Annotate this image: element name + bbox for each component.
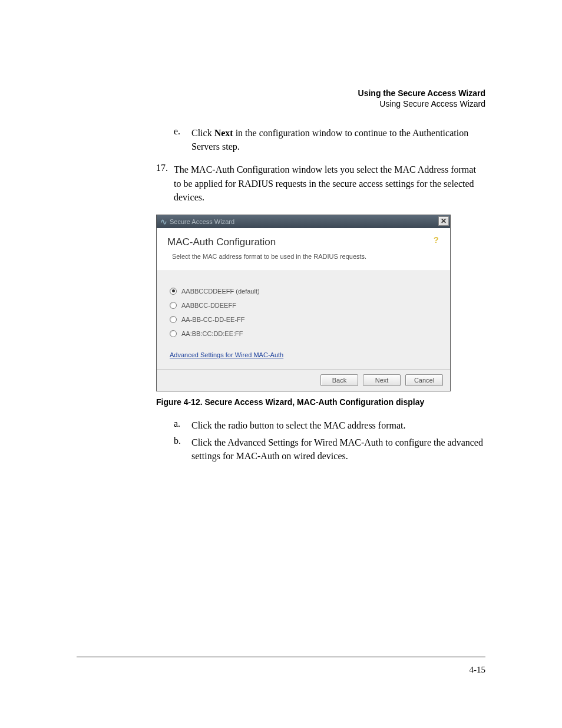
sub-a-letter: a. (174, 419, 180, 429)
step-17-text: The MAC-Auth Configuration window lets y… (174, 163, 485, 204)
radio-icon[interactable] (170, 316, 177, 323)
radio-icon[interactable] (170, 302, 177, 309)
wizard-icon: ∿ (160, 217, 167, 226)
step-e-post: in the configuration window to continue … (191, 128, 468, 151)
radio-icon[interactable] (170, 330, 177, 337)
wizard-title-text: Secure Access Wizard (170, 218, 234, 225)
back-button[interactable]: Back (320, 374, 358, 386)
radio-icon[interactable] (170, 288, 177, 295)
wizard-description: Select the MAC address format to be used… (172, 253, 439, 260)
step-e-pre: Click (191, 128, 214, 138)
close-icon[interactable]: ✕ (438, 216, 449, 226)
step-e-letter: e. (174, 126, 180, 137)
step-e-text: Click Next in the configuration window t… (191, 126, 485, 153)
cancel-button[interactable]: Cancel (405, 374, 443, 386)
wizard-footer: Back Next Cancel (157, 369, 450, 391)
radio-label: AABBCCDDEEFF (default) (181, 288, 260, 295)
wizard-body: AABBCCDDEEFF (default) AABBCC-DDEEFF AA-… (157, 271, 450, 369)
wizard-window: ∿ Secure Access Wizard ✕ MAC-Auth Config… (156, 215, 451, 391)
next-button[interactable]: Next (363, 374, 401, 386)
footer-rule (77, 657, 485, 657)
wizard-header: MAC-Auth Configuration Select the MAC ad… (157, 228, 450, 271)
header-subtitle: Using Secure Access Wizard (77, 99, 485, 108)
step-17: 17. The MAC-Auth Configuration window le… (156, 163, 485, 204)
wizard-heading: MAC-Auth Configuration (167, 236, 439, 248)
radio-label: AA-BB-CC-DD-EE-FF (181, 316, 245, 323)
sub-a-text: Click the radio button to select the MAC… (191, 419, 485, 432)
sub-item-b: b. Click the Advanced Settings for Wired… (174, 436, 485, 463)
help-icon[interactable]: ? (434, 235, 442, 243)
sub-item-a: a. Click the radio button to select the … (174, 419, 485, 432)
radio-label: AABBCC-DDEEFF (181, 302, 236, 309)
step-17-num: 17. (156, 163, 168, 173)
sub-list: a. Click the radio button to select the … (174, 419, 485, 463)
advanced-settings-link[interactable]: Advanced Settings for Wired MAC-Auth (170, 351, 283, 358)
sub-b-text: Click the Advanced Settings for Wired MA… (191, 436, 485, 463)
page-header: Using the Secure Access Wizard Using Sec… (77, 88, 485, 108)
page-number: 4-15 (470, 665, 486, 675)
step-e-bold: Next (214, 128, 233, 138)
radio-option-1[interactable]: AABBCC-DDEEFF (170, 302, 437, 309)
radio-option-3[interactable]: AA:BB:CC:DD:EE:FF (170, 330, 437, 337)
radio-option-0[interactable]: AABBCCDDEEFF (default) (170, 288, 437, 295)
wizard-titlebar: ∿ Secure Access Wizard ✕ (157, 215, 450, 228)
radio-label: AA:BB:CC:DD:EE:FF (181, 330, 243, 337)
header-title: Using the Secure Access Wizard (77, 88, 485, 98)
figure-caption: Figure 4-12. Secure Access Wizard, MAC-A… (156, 397, 485, 407)
radio-option-2[interactable]: AA-BB-CC-DD-EE-FF (170, 316, 437, 323)
step-e: e. Click Next in the configuration windo… (174, 126, 485, 153)
figure-wizard: ∿ Secure Access Wizard ✕ MAC-Auth Config… (156, 215, 485, 391)
sub-b-letter: b. (174, 436, 181, 446)
